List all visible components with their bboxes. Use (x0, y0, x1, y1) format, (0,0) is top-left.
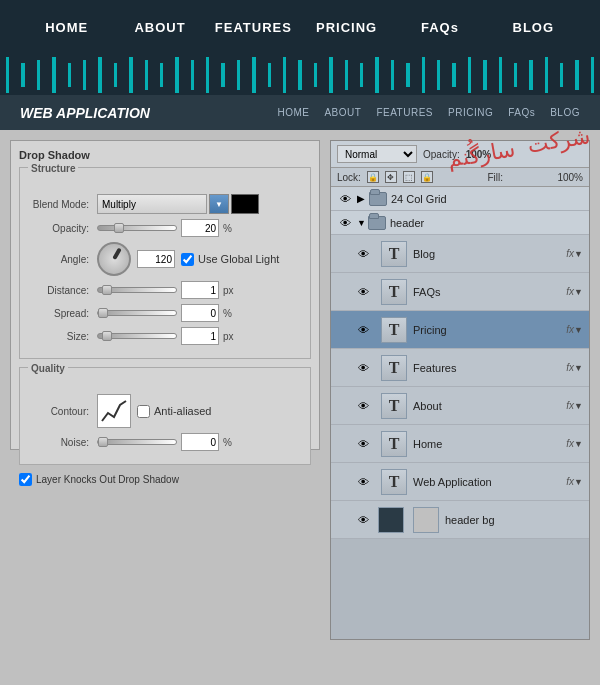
header-collapse-icon[interactable]: ▼ (357, 218, 366, 228)
opacity-label: Opacity: (28, 223, 93, 234)
layer-faqs[interactable]: 👁 T FAQs fx ▼ (331, 273, 589, 311)
layer-pricing[interactable]: 👁 T Pricing fx ▼ (331, 311, 589, 349)
quality-label: Quality (28, 363, 68, 374)
noise-unit: % (223, 437, 232, 448)
anti-aliased-label: Anti-aliased (154, 405, 211, 417)
about-eye-icon[interactable]: 👁 (355, 398, 371, 414)
contour-label: Contour: (28, 406, 93, 417)
second-nav-home[interactable]: HOME (277, 107, 309, 118)
layer-knocks-checkbox[interactable] (19, 473, 32, 486)
svg-rect-0 (100, 397, 128, 425)
lock-all-icon[interactable]: 🔒 (421, 171, 433, 183)
second-nav-about[interactable]: ABOUT (324, 107, 361, 118)
features-eye-icon[interactable]: 👁 (355, 360, 371, 376)
noise-input[interactable] (181, 433, 219, 451)
pricing-fx-badge: fx (566, 324, 574, 335)
features-layer-name: Features (413, 362, 562, 374)
layer-about[interactable]: 👁 T About fx ▼ (331, 387, 589, 425)
home-eye-icon[interactable]: 👁 (355, 436, 371, 452)
layer-home[interactable]: 👁 T Home fx ▼ (331, 425, 589, 463)
grid-layer[interactable]: 👁 ▶ 24 Col Grid (331, 187, 589, 211)
faqs-eye-icon[interactable]: 👁 (355, 284, 371, 300)
webapp-arrow-icon: ▼ (574, 477, 583, 487)
size-slider-container: px (97, 327, 234, 345)
webapp-fx-badge: fx (566, 476, 574, 487)
global-light-label: Use Global Light (198, 253, 279, 265)
layer-mode-select[interactable]: Normal (337, 145, 417, 163)
pricing-eye-icon[interactable]: 👁 (355, 322, 371, 338)
opacity-row: Opacity: % (28, 219, 302, 237)
home-type-icon: T (381, 431, 407, 457)
angle-label: Angle: (28, 254, 93, 265)
pricing-type-icon: T (381, 317, 407, 343)
faqs-arrow-icon: ▼ (574, 287, 583, 297)
drop-shadow-panel: Drop Shadow Structure Blend Mode: Multip… (10, 140, 320, 450)
header-folder[interactable]: 👁 ▼ header (331, 211, 589, 235)
angle-container: Use Global Light (97, 242, 279, 276)
second-nav-blog[interactable]: BLOG (550, 107, 580, 118)
global-light-checkbox[interactable] (181, 253, 194, 266)
brush-icon[interactable]: ⬚ (403, 171, 415, 183)
angle-row: Angle: Use Global Light (28, 242, 302, 276)
opacity-input[interactable] (181, 219, 219, 237)
layer-header-bg[interactable]: 👁 header bg (331, 501, 589, 539)
opacity-slider[interactable] (97, 225, 177, 231)
blend-mode-arrow-icon[interactable]: ▼ (209, 194, 229, 214)
angle-dial[interactable] (97, 242, 131, 276)
webapp-eye-icon[interactable]: 👁 (355, 474, 371, 490)
header-folder-icon (368, 216, 386, 230)
move-icon[interactable]: ✥ (385, 171, 397, 183)
anti-aliased-checkbox[interactable] (137, 405, 150, 418)
features-fx-badge: fx (566, 362, 574, 373)
layer-blog[interactable]: 👁 T Blog fx ▼ (331, 235, 589, 273)
nav-about[interactable]: ABOUT (113, 20, 206, 35)
distance-input[interactable] (181, 281, 219, 299)
size-label: Size: (28, 331, 93, 342)
grid-folder-icon (369, 192, 387, 206)
contour-row: Contour: Anti-aliased (28, 394, 302, 428)
nav-faqs[interactable]: FAQs (393, 20, 486, 35)
about-layer-name: About (413, 400, 562, 412)
spread-input[interactable] (181, 304, 219, 322)
bg-eye-icon[interactable]: 👁 (355, 512, 371, 528)
structure-section: Structure Blend Mode: Multiply ▼ Opacity… (19, 167, 311, 359)
size-input[interactable] (181, 327, 219, 345)
blend-mode-row: Blend Mode: Multiply ▼ (28, 194, 302, 214)
second-nav-features[interactable]: FEATURES (376, 107, 433, 118)
about-type-icon: T (381, 393, 407, 419)
about-fx-badge: fx (566, 400, 574, 411)
header-eye-icon[interactable]: 👁 (337, 215, 353, 231)
noise-slider-container: % (97, 433, 232, 451)
size-thumb (102, 331, 112, 341)
contour-svg (100, 397, 128, 425)
nav-pricing[interactable]: PRICING (300, 20, 393, 35)
spread-slider[interactable] (97, 310, 177, 316)
color-swatch[interactable] (231, 194, 259, 214)
nav-blog[interactable]: BLOG (487, 20, 580, 35)
contour-preview[interactable] (97, 394, 131, 428)
layer-web-application[interactable]: 👁 T Web Application fx ▼ (331, 463, 589, 501)
structure-label: Structure (28, 163, 78, 174)
second-nav-faqs[interactable]: FAQs (508, 107, 535, 118)
nav-home[interactable]: HOME (20, 20, 113, 35)
grid-eye-icon[interactable]: 👁 (337, 191, 353, 207)
lock-icon[interactable]: 🔒 (367, 171, 379, 183)
faqs-fx-badge: fx (566, 286, 574, 297)
features-arrow-icon: ▼ (574, 363, 583, 373)
spread-unit: % (223, 308, 232, 319)
second-nav-pricing[interactable]: PRICING (448, 107, 493, 118)
size-slider[interactable] (97, 333, 177, 339)
app-title: WEB APPLICATION (20, 105, 277, 121)
website-preview: HOME ABOUT FEATURES PRICING FAQs BLOG WE… (0, 0, 600, 130)
webapp-type-icon: T (381, 469, 407, 495)
distance-slider[interactable] (97, 287, 177, 293)
blog-eye-icon[interactable]: 👁 (355, 246, 371, 262)
layer-features[interactable]: 👁 T Features fx ▼ (331, 349, 589, 387)
noise-slider[interactable] (97, 439, 177, 445)
quality-section: Quality Contour: Anti-aliased (19, 367, 311, 465)
blend-mode-select[interactable]: Multiply (97, 194, 207, 214)
angle-input[interactable] (137, 250, 175, 268)
nav-features[interactable]: FEATURES (207, 20, 300, 35)
noise-thumb (98, 437, 108, 447)
fill-label: Fill: (487, 172, 503, 183)
